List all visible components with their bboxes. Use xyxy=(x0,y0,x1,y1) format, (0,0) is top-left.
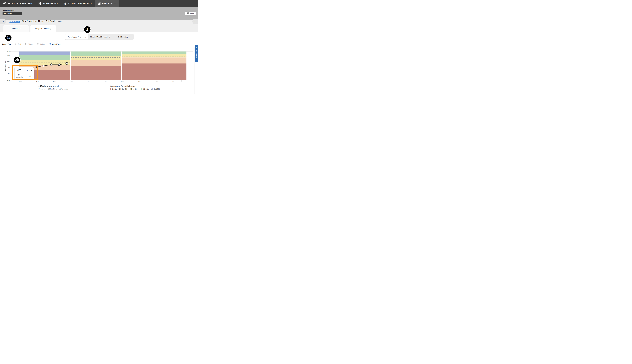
title-row: ‹ › ←Back to report First Name Last Name… xyxy=(0,20,198,25)
gauge-icon xyxy=(3,2,7,5)
legend-item-61-80th: 61-80th xyxy=(141,88,148,90)
provide-feedback-tab[interactable]: Provide feedback xyxy=(195,45,198,62)
x-tick-label: Dec xyxy=(70,81,73,82)
radio-winter: Winter xyxy=(25,43,33,45)
symbol-line-legend: Symbol and Line Legend Observed50th Achi… xyxy=(39,85,71,90)
x-tick-label: May xyxy=(155,81,158,82)
graph-view-controls: Graph View Fall Winter Spring School Yea… xyxy=(2,42,65,46)
band-41-60th-spring xyxy=(122,54,186,58)
x-tick-label: Apr xyxy=(138,81,140,82)
legend-item-50th-achievement-percentile: 50th Achievement Percentile xyxy=(48,88,68,90)
radio-circle xyxy=(49,43,51,45)
subtab-phonological-awareness[interactable]: Phonological Awareness xyxy=(65,34,89,40)
print-button[interactable]: Print xyxy=(185,12,196,16)
radio-circle xyxy=(37,43,39,45)
page-title: First Name Last Name - 1st Grade(Grade) xyxy=(22,20,62,22)
tab-progress-monitoring[interactable]: Progress Monitoring xyxy=(31,25,56,32)
data-point-11-22-24[interactable] xyxy=(66,62,68,64)
tooltip-change: ↑ 1pt xyxy=(24,73,34,79)
band-1-20th-winter xyxy=(71,66,121,80)
band-61-80th-spring xyxy=(122,52,186,54)
y-tick-label: 490 xyxy=(7,72,10,74)
chevron-down-icon: ⌄ xyxy=(19,12,21,14)
grade-note: (Grade) xyxy=(57,20,62,22)
top-navigation: PROCTOR DASHBOARD ASSIGNMENTS ** xyxy=(0,0,198,7)
legend-label: 81-100th xyxy=(154,88,160,90)
nav-item-proctor-dashboard[interactable]: PROCTOR DASHBOARD xyxy=(0,0,35,7)
annotation-badge-2a: 2a xyxy=(5,34,12,42)
nav-item-student-passwords[interactable]: **** STUDENT PASSWORDS xyxy=(61,0,95,7)
lock-icon: **** xyxy=(64,2,67,6)
legend-item-21-40th: 21-40th xyxy=(119,88,127,90)
previous-student-button[interactable]: ‹ xyxy=(0,18,6,24)
radio-fall[interactable]: Fall xyxy=(16,43,21,45)
x-tick-label: Feb xyxy=(104,81,107,82)
data-point-11-8-24[interactable] xyxy=(58,64,60,66)
radio-school-year[interactable]: School Year xyxy=(49,43,61,45)
band-61-80th-fall xyxy=(19,55,70,60)
y-axis-title: Domain Score xyxy=(5,61,6,71)
percentile-color-chip xyxy=(119,88,121,90)
annotation-badge-1: 1 xyxy=(83,26,91,33)
legend-item-observed: Observed xyxy=(39,88,45,90)
radio-circle xyxy=(25,43,27,45)
y-tick-label: 508 xyxy=(7,51,10,52)
band-21-40th-spring xyxy=(122,58,186,64)
domain-subtabs: Phonological Awareness Phonics/Word Reco… xyxy=(65,34,134,40)
percentile-color-chip xyxy=(130,88,132,90)
clipboard-check-icon xyxy=(38,2,41,5)
next-student-button[interactable]: › xyxy=(192,18,198,24)
toolbar: Academic Year: 2024-2025 ⌄ Print xyxy=(0,7,198,20)
up-arrow-icon: ↑ xyxy=(27,75,28,77)
nav-label: PROCTOR DASHBOARD xyxy=(8,2,32,5)
legend-label: Observed xyxy=(39,88,45,90)
area-chart-icon xyxy=(98,2,101,5)
chevron-down-icon xyxy=(114,3,116,4)
percentile-color-chip xyxy=(141,88,142,90)
band-1-20th-spring xyxy=(122,64,186,80)
academic-year-value: 2024-2025 xyxy=(4,12,12,14)
legend-item-81-100th: 81-100th xyxy=(151,88,160,90)
band-61-80th-winter xyxy=(71,52,121,56)
nav-label: ASSIGNMENTS xyxy=(43,2,58,5)
x-tick-label: Mar xyxy=(121,81,124,82)
subtab-oral-reading[interactable]: Oral Reading xyxy=(112,34,133,40)
graph-view-label: Graph View xyxy=(2,43,11,45)
radio-circle xyxy=(16,43,18,45)
band-21-40th-winter xyxy=(71,60,121,66)
subtab-phonics-word-recognition[interactable]: Phonics/Word Recognition xyxy=(89,34,112,40)
nav-item-assignments[interactable]: ASSIGNMENTS xyxy=(35,0,61,7)
legend-title: Symbol and Line Legend xyxy=(39,85,71,87)
y-tick-label: 505 xyxy=(7,54,10,56)
print-label: Print xyxy=(190,12,194,14)
data-point-10-11-24[interactable] xyxy=(43,65,44,67)
proctor-dashboard-page: PROCTOR DASHBOARD ASSIGNMENTS ** xyxy=(0,0,198,95)
nav-label: STUDENT PASSWORDS xyxy=(68,2,92,5)
academic-year-select[interactable]: 2024-2025 ⌄ xyxy=(3,12,22,16)
back-link-text: Back to report xyxy=(10,21,20,23)
academic-year-label: Academic Year: xyxy=(3,9,15,11)
y-tick-label: 484 xyxy=(7,80,10,81)
x-tick-label: Sep xyxy=(19,81,22,82)
dashed-line-symbol xyxy=(39,85,41,87)
student-name: First Name Last Name - 1st Grade xyxy=(22,20,56,22)
nav-item-reports[interactable]: REPORTS xyxy=(95,0,119,7)
annotation-badge-2b: 2b xyxy=(14,56,21,64)
legend-label: 21-40th xyxy=(122,88,127,90)
legend-item-1-20th: 1-20th xyxy=(110,88,117,90)
percentile-color-chip xyxy=(110,88,111,90)
data-point-10-25-24[interactable] xyxy=(50,64,52,66)
band-81-100th-fall xyxy=(19,52,70,55)
tab-benchmark[interactable]: Benchmark xyxy=(3,25,29,32)
tooltip-change-value: 1pt xyxy=(29,75,31,77)
nav-label: REPORTS xyxy=(102,2,112,5)
back-to-report-link[interactable]: ←Back to report xyxy=(7,20,20,23)
tooltip-date: 9/27/24 xyxy=(24,68,34,73)
legend-label: 61-80th xyxy=(143,88,148,90)
x-tick-label: Jun xyxy=(172,81,174,82)
tooltip-score: 495 xyxy=(15,68,24,73)
legend-label: 41-60th xyxy=(133,88,138,90)
legend-label: 50th Achievement Percentile xyxy=(48,88,68,90)
radio-spring: Spring xyxy=(37,43,45,45)
x-tick-label: Jan xyxy=(87,81,90,82)
